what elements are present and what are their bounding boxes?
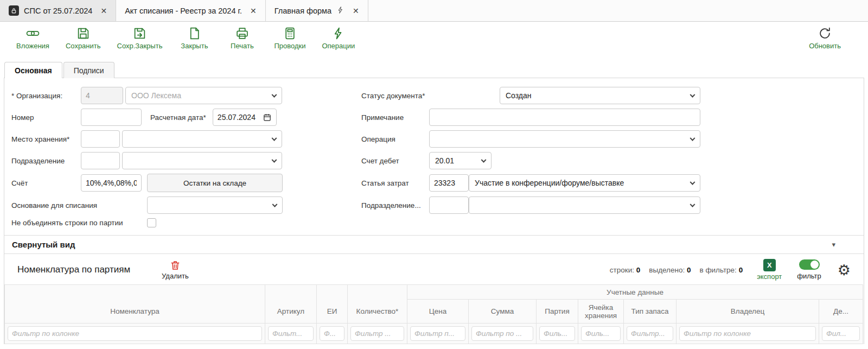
column-filter-input[interactable]: [679, 326, 816, 341]
cost-item-select[interactable]: Участие в конференции/форуме/выставке: [469, 174, 700, 192]
column-filter-input[interactable]: [8, 326, 262, 341]
column-filter-input[interactable]: [268, 326, 314, 341]
lightning-icon: [331, 27, 345, 40]
column-filter-input[interactable]: [581, 326, 621, 341]
department2-code-field[interactable]: [429, 196, 469, 214]
column-header[interactable]: Владелец: [676, 300, 819, 323]
postings-button[interactable]: Проводки: [274, 27, 305, 55]
close-icon[interactable]: ✕: [250, 7, 257, 15]
document-panel: * Организация: ООО Лексема Статус докуме…: [4, 78, 864, 344]
storage-select[interactable]: [122, 130, 282, 148]
department-code-field[interactable]: [81, 152, 120, 169]
save-icon: [76, 27, 90, 40]
window-tab-document[interactable]: СПС от 25.07.2024 ✕: [0, 0, 116, 21]
writeoff-reason-select[interactable]: [147, 196, 283, 214]
column-filter-input[interactable]: [822, 326, 860, 341]
column-header[interactable]: Де...: [819, 300, 863, 323]
chevron-down-icon: [272, 157, 277, 163]
column-filter-input[interactable]: [410, 326, 465, 341]
column-header[interactable]: Тип запаса: [624, 300, 676, 323]
status-label: Статус документа*: [361, 92, 429, 100]
delete-row-button[interactable]: Удалить: [162, 260, 189, 280]
chevron-down-icon: [690, 136, 695, 141]
window-tab-bar: СПС от 25.07.2024 ✕ Акт списания - Реест…: [0, 0, 868, 22]
calc-date-value: 25.07.2024: [218, 113, 256, 122]
filter-label: фильтр: [797, 272, 821, 280]
column-header[interactable]: Цена: [407, 300, 469, 323]
cost-item-value: Участие в конференции/форуме/выставке: [475, 179, 624, 187]
tab-main[interactable]: Основная: [4, 62, 62, 78]
column-header[interactable]: ЕИ: [317, 285, 348, 323]
calc-date-label: Расчетная дата*: [150, 113, 206, 122]
attachment-icon: [26, 27, 40, 40]
calculator-icon: [283, 27, 297, 40]
save-close-button[interactable]: Сохр.Закрыть: [117, 27, 163, 55]
note-field[interactable]: [429, 109, 700, 126]
organization-code-field[interactable]: [81, 87, 123, 104]
button-label: Вложения: [16, 42, 49, 50]
window-tab-registry[interactable]: Акт списания - Реестр за 2024 г. ✕: [116, 0, 266, 21]
column-header[interactable]: Номенклатура: [5, 285, 265, 323]
column-header[interactable]: Партия: [537, 300, 578, 323]
grid-title: Номенклатура по партиям: [17, 264, 130, 275]
calc-date-field[interactable]: 25.07.2024: [213, 109, 277, 126]
filter-toggle-button[interactable]: фильтр: [797, 259, 821, 280]
number-field[interactable]: [81, 109, 142, 126]
no-merge-checkbox[interactable]: [147, 218, 156, 227]
operation-select[interactable]: [429, 130, 700, 148]
operations-button[interactable]: Операции: [322, 27, 355, 55]
cost-item-label: Статья затрат: [361, 179, 429, 187]
status-select[interactable]: Создан: [500, 87, 700, 104]
storage-code-field[interactable]: [81, 130, 120, 148]
stock-balance-button[interactable]: Остатки на складе: [147, 174, 283, 192]
organization-select[interactable]: ООО Лексема: [125, 87, 282, 104]
print-icon: [235, 27, 249, 40]
column-header[interactable]: Артикул: [265, 285, 317, 323]
cost-item-code-field[interactable]: [429, 174, 469, 192]
department2-select[interactable]: [469, 196, 700, 214]
lock-icon: [9, 5, 19, 16]
save-button[interactable]: Сохранить: [66, 27, 101, 55]
chevron-down-icon: [690, 202, 695, 207]
department-select[interactable]: [122, 152, 282, 169]
debit-account-select[interactable]: 20.01: [429, 152, 492, 169]
grid-stats: строки: 0 выделено: 0 в фильтре: 0: [610, 266, 743, 274]
note-label: Примечание: [361, 113, 429, 122]
column-header[interactable]: Сумма: [469, 300, 537, 323]
department2-label: Подразделение...: [361, 201, 429, 210]
close-icon[interactable]: ✕: [353, 7, 359, 15]
account-field[interactable]: [81, 174, 142, 192]
column-header[interactable]: Количество*: [348, 285, 407, 323]
column-filter-input[interactable]: [320, 326, 344, 341]
button-label: Печать: [231, 42, 254, 50]
tab-signatures[interactable]: Подписи: [63, 62, 114, 78]
refresh-button[interactable]: Обновить: [809, 27, 841, 50]
column-header[interactable]: Ячейка хранения: [578, 300, 624, 323]
window-tab-main-form[interactable]: Главная форма ✕: [266, 0, 368, 21]
selected-value: 0: [687, 266, 691, 274]
export-label: экспорт: [757, 272, 782, 281]
column-filter-input[interactable]: [350, 326, 404, 341]
close-document-button[interactable]: Закрыть: [178, 27, 210, 55]
close-document-icon: [188, 27, 201, 40]
chevron-down-icon[interactable]: ▾: [832, 240, 835, 249]
save-close-icon: [133, 27, 146, 40]
column-filter-input[interactable]: [471, 326, 533, 341]
button-label: Сохранить: [66, 42, 101, 50]
calendar-icon[interactable]: [263, 113, 272, 122]
chevron-down-icon: [481, 157, 487, 163]
close-icon[interactable]: ✕: [100, 7, 107, 15]
column-filter-input[interactable]: [627, 326, 673, 341]
rows-value: 0: [636, 266, 641, 274]
organization-value: ООО Лексема: [131, 91, 181, 100]
collapsed-view-bar[interactable]: Свернутый вид ▾: [4, 235, 864, 254]
print-button[interactable]: Печать: [226, 27, 258, 55]
filtered-label: в фильтре:: [699, 266, 736, 274]
excel-export-button[interactable]: X экспорт: [757, 259, 782, 281]
toggle-on-icon[interactable]: [799, 259, 820, 270]
column-filter-input[interactable]: [539, 326, 575, 341]
gear-icon[interactable]: ⚙: [838, 263, 851, 277]
attachments-button[interactable]: Вложения: [16, 27, 49, 55]
lightning-icon: [336, 5, 344, 17]
department-label: Подразделение: [11, 157, 81, 165]
